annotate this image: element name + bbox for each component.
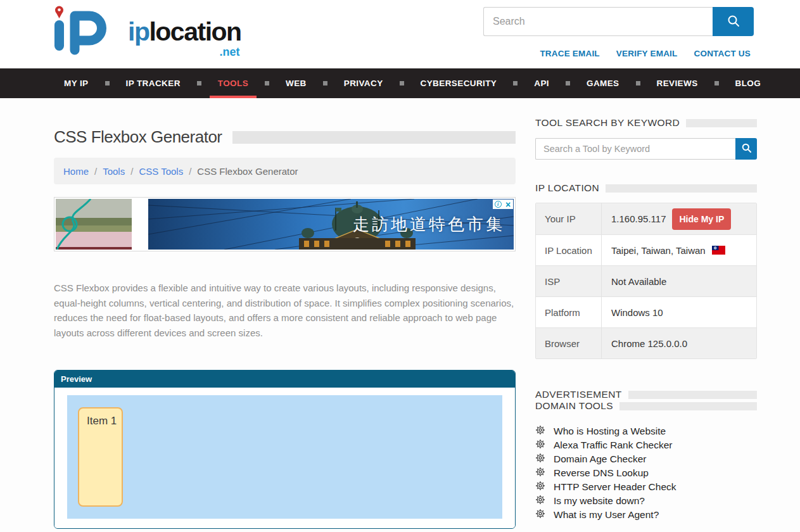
- isp-value: Not Available: [602, 266, 756, 296]
- site-logo[interactable]: iplocation .net: [49, 5, 241, 58]
- domain-tools-heading: DOMAIN TOOLS: [535, 400, 757, 412]
- list-item: Alexa Traffic Rank Checker: [535, 438, 757, 452]
- list-item: What is my User Agent?: [535, 508, 757, 522]
- table-row: Your IP 1.160.95.117 Hide My IP: [536, 203, 756, 234]
- platform-value: Windows 10: [602, 297, 756, 327]
- browser-value: Chrome 125.0.0.0: [602, 328, 756, 358]
- advertisement-heading: ADVERTISEMENT: [535, 389, 757, 400]
- trace-email-link[interactable]: TRACE EMAIL: [540, 49, 599, 58]
- gear-icon: [535, 481, 545, 493]
- logo-tld: .net: [128, 46, 241, 58]
- domain-tool-link[interactable]: Alexa Traffic Rank Checker: [554, 440, 673, 451]
- heading-bar: [686, 119, 757, 127]
- breadcrumb-tools[interactable]: Tools: [103, 166, 125, 177]
- breadcrumb: Home / Tools / CSS Tools / CSS Flexbox G…: [54, 158, 516, 184]
- gear-icon: [535, 509, 545, 521]
- logo-location: location: [149, 17, 241, 46]
- logo-text: iplocation .net: [128, 19, 241, 58]
- ad-banner[interactable]: 走訪地道特色市集 i ×: [54, 197, 516, 251]
- domain-tools-list: Who is Hosting a Website Alexa Traffic R…: [535, 424, 757, 522]
- list-item: Domain Age Checker: [535, 452, 757, 466]
- domain-tool-link[interactable]: Reverse DNS Lookup: [554, 467, 649, 479]
- nav-item-ip-tracker[interactable]: IP TRACKER: [116, 68, 191, 98]
- nav-item-reviews[interactable]: REVIEWS: [647, 68, 708, 98]
- main-column: CSS Flexbox Generator Home / Tools / CSS…: [54, 117, 516, 529]
- nav-separator: [566, 81, 570, 86]
- flex-preview-container: Item 1: [67, 395, 502, 519]
- gear-icon: [535, 453, 545, 466]
- logo-ip-monogram-icon: [49, 5, 124, 56]
- domain-tool-link[interactable]: Domain Age Checker: [554, 453, 646, 465]
- header-links: TRACE EMAIL VERIFY EMAIL CONTACT US: [540, 49, 751, 58]
- nav-item-tools[interactable]: TOOLS: [208, 68, 258, 98]
- nav-separator: [400, 81, 404, 86]
- search-icon: [727, 14, 740, 30]
- gear-icon: [535, 467, 545, 479]
- gear-icon: [535, 495, 545, 507]
- hide-my-ip-button[interactable]: Hide My IP: [672, 208, 731, 230]
- breadcrumb-separator: /: [189, 166, 191, 177]
- nav-item-web[interactable]: WEB: [276, 68, 317, 98]
- list-item: HTTP Server Header Check: [535, 480, 757, 494]
- list-item: Is my website down?: [535, 494, 757, 508]
- intro-paragraph: CSS Flexbox provides a flexible and intu…: [54, 281, 516, 340]
- nav-item-games[interactable]: GAMES: [576, 68, 630, 98]
- breadcrumb-separator: /: [130, 166, 133, 177]
- nav-separator: [265, 81, 269, 86]
- breadcrumb-css-tools[interactable]: CSS Tools: [139, 166, 183, 177]
- tool-search-heading: TOOL SEARCH BY KEYWORD: [535, 117, 757, 129]
- ip-location-value: Taipei, Taiwan, Taiwan: [611, 245, 706, 256]
- tool-search-button[interactable]: [735, 138, 757, 160]
- your-ip-value: 1.160.95.117: [611, 213, 666, 224]
- preview-panel: Preview Item 1: [54, 370, 516, 529]
- gear-icon: [535, 425, 545, 438]
- nav-item-api[interactable]: API: [524, 68, 559, 98]
- heading-bar: [619, 402, 757, 410]
- nav-separator: [636, 81, 640, 86]
- ad-overlay-text: 走訪地道特色市集: [353, 213, 505, 236]
- page: iplocation .net TRACE EMAIL VERIFY EMAIL…: [0, 0, 800, 532]
- sidebar: TOOL SEARCH BY KEYWORD IP LOCATION Your …: [535, 117, 757, 529]
- nav-separator: [197, 81, 201, 86]
- breadcrumb-separator: /: [94, 166, 97, 177]
- site-search-input[interactable]: [483, 7, 713, 36]
- nav-item-blog[interactable]: BLOG: [725, 68, 771, 98]
- table-row: Browser Chrome 125.0.0.0: [536, 327, 756, 358]
- ip-location-heading: IP LOCATION: [535, 182, 757, 194]
- nav-separator: [513, 81, 517, 86]
- ad-info-icon[interactable]: i: [493, 200, 503, 209]
- nav-separator: [714, 81, 719, 86]
- gear-icon: [535, 439, 545, 452]
- domain-tool-link[interactable]: Who is Hosting a Website: [554, 426, 666, 437]
- nav-separator: [105, 81, 110, 86]
- ad-main-image: 走訪地道特色市集: [148, 199, 514, 250]
- ad-close-icon[interactable]: ×: [503, 200, 513, 209]
- domain-tool-link[interactable]: What is my User Agent?: [554, 509, 659, 521]
- breadcrumb-current: CSS Flexbox Generator: [197, 166, 298, 177]
- verify-email-link[interactable]: VERIFY EMAIL: [616, 49, 678, 58]
- ip-location-table: Your IP 1.160.95.117 Hide My IP IP Locat…: [535, 203, 757, 359]
- ad-left-image: [56, 199, 132, 250]
- list-item: Reverse DNS Lookup: [535, 466, 757, 480]
- nav-item-cybersecurity[interactable]: CYBERSECURITY: [410, 68, 507, 98]
- title-decorative-bar: [232, 131, 516, 144]
- logo-ip: ip: [128, 17, 149, 46]
- nav-item-privacy[interactable]: PRIVACY: [334, 68, 393, 98]
- preview-panel-header: Preview: [54, 370, 515, 388]
- flex-preview-item-1[interactable]: Item 1: [78, 407, 123, 507]
- domain-tool-link[interactable]: HTTP Server Header Check: [554, 481, 676, 493]
- page-title: CSS Flexbox Generator: [54, 127, 222, 147]
- tool-search-input[interactable]: [535, 138, 735, 160]
- contact-us-link[interactable]: CONTACT US: [694, 49, 751, 58]
- taiwan-flag-icon: [712, 246, 725, 255]
- table-row: Platform Windows 10: [536, 296, 756, 327]
- site-search-button[interactable]: [713, 7, 754, 36]
- ad-choice-icons: i ×: [493, 200, 513, 209]
- nav-item-my-ip[interactable]: MY IP: [54, 68, 99, 98]
- domain-tool-link[interactable]: Is my website down?: [554, 495, 645, 507]
- list-item: Who is Hosting a Website: [535, 424, 757, 438]
- table-row: ISP Not Available: [536, 265, 756, 296]
- site-search: [483, 7, 754, 36]
- table-row: IP Location Taipei, Taiwan, Taiwan: [536, 234, 756, 265]
- breadcrumb-home[interactable]: Home: [63, 166, 89, 177]
